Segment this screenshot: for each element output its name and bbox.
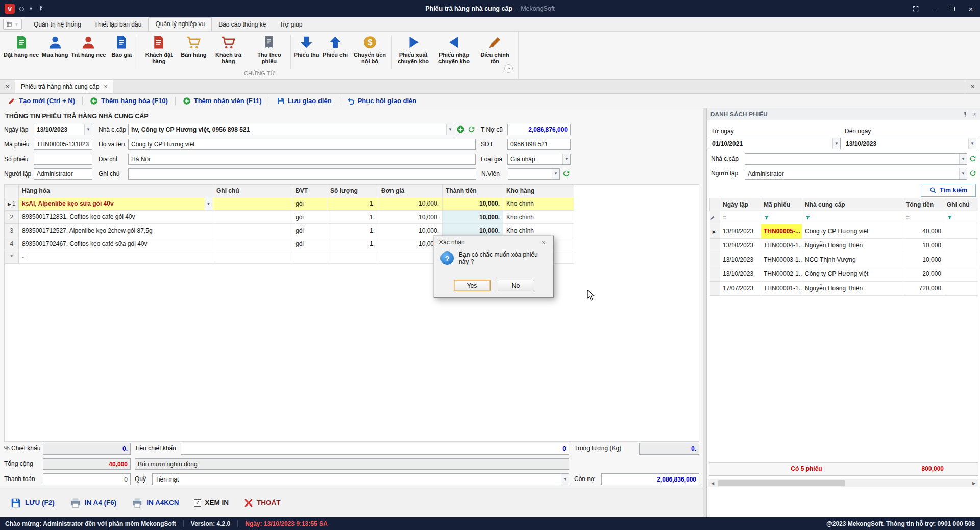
cell-total[interactable]: 10,000 [903,238,944,253]
tab-close-icon[interactable]: × [104,83,107,90]
col-ngay-lap[interactable]: Ngày lập [720,198,761,211]
cell-hang-hoa[interactable]: 8935001712527, Alpenlibe kẹo 2chew gói 8… [19,224,213,237]
dropdown-arrow-icon[interactable]: ▼ [561,474,569,485]
receipt-row-selected[interactable]: ▶ 13/10/2023 THN00005-... Công ty CP Hươ… [710,224,978,238]
filter-cell-date[interactable]: = [720,211,761,224]
trong-luong-input[interactable]: 0. [639,443,699,455]
item-row-selected[interactable]: ▶1 ksAl, Alpenlibe kẹo sữa gói 40v▼ gói … [5,197,574,211]
col-ghi-chu[interactable]: Ghi chú [944,198,978,211]
cell-date[interactable]: 13/10/2023 [720,238,761,253]
scroll-left-icon[interactable]: ◀ [708,479,717,487]
cell-code[interactable]: THN00001-1... [761,281,802,295]
nha-cung-cap-combo[interactable]: hv, Công ty CP Hương việt, 0956 898 521 … [128,124,454,135]
quy-combo[interactable]: Tiền mặt ▼ [152,473,569,485]
nha-cung-cap-filter-combo[interactable]: ▼ [745,153,967,165]
ribbon-btn-chuyen-tien-noi-bo[interactable]: Chuyển tiền nội bộ [350,34,390,65]
cell-don-gia[interactable]: 10,000. [378,211,443,224]
col-nha-cung-cap[interactable]: Nhà cung cấp [802,198,903,211]
cell-dvt[interactable]: gói [292,224,327,237]
sdt-input[interactable]: 0956 898 521 [507,139,571,150]
document-tab-active[interactable]: Phiếu trả hàng nhà cung cấp × [15,80,113,93]
cell-so-luong[interactable]: 1. [327,197,378,211]
ribbon-btn-ban-hang[interactable]: Bán hàng [179,34,208,59]
scroll-right-icon[interactable]: ▶ [970,479,978,487]
cell-supplier[interactable]: Nguyễn Hoàng Thiện [802,238,903,253]
cell-supplier[interactable]: Công ty CP Hương việt [802,224,903,238]
ribbon-btn-mua-hang[interactable]: Mua hàng [40,34,69,59]
col-tong-tien[interactable]: Tổng tiền [903,198,944,211]
new-row-cell[interactable] [213,250,292,264]
col-ghi-chu[interactable]: Ghi chú [213,185,292,197]
filter-cell-supplier[interactable] [802,211,903,224]
ngay-lap-input[interactable]: 13/10/2023 ▼ [34,124,92,135]
cell-supplier[interactable]: Công ty CP Hương việt [802,267,903,281]
cell-kho-hang[interactable]: Kho chính [503,224,574,237]
cell-thanh-tien[interactable]: 10,000. [443,197,503,211]
receipt-row[interactable]: 13/10/2023 THN00003-1... NCC Thịnh Vượng… [710,253,978,267]
save-button[interactable]: LƯU (F2) [5,494,60,512]
filter-cell-code[interactable] [761,211,802,224]
filter-edit-cell[interactable] [710,211,720,224]
cell-hang-hoa[interactable]: 8935001702467, Cofitos kẹo café sữa gói … [19,237,213,250]
cell-hang-hoa[interactable]: ksAl, Alpenlibe kẹo sữa gói 40v▼ [19,197,213,211]
exit-button[interactable]: THOÁT [239,495,286,511]
restore-layout-button[interactable]: Phục hồi giao diện [344,96,420,106]
dropdown-arrow-icon[interactable]: ▼ [552,169,559,179]
cell-ghi-chu[interactable] [213,224,292,237]
ma-phieu-input[interactable]: THN00005-131023 [34,139,92,150]
ribbon-btn-dieu-chinh-ton[interactable]: Điều chỉnh tồn [475,34,516,65]
dropdown-arrow-icon[interactable]: ▼ [959,154,967,164]
col-ma-phieu[interactable]: Mã phiếu [761,198,802,211]
yes-button[interactable]: Yes [454,280,491,291]
cell-note[interactable] [944,224,978,238]
refresh-supplier-filter-icon[interactable] [969,155,977,163]
cell-don-gia[interactable]: 10,000. [378,224,443,237]
pin-icon[interactable] [38,6,44,12]
cell-don-gia[interactable]: 10,000. [378,237,443,250]
cell-date[interactable]: 17/07/2023 [720,281,761,295]
dropdown-arrow-icon[interactable]: ▼ [562,154,570,164]
cell-note[interactable] [944,267,978,281]
col-don-gia[interactable]: Đơn giá [378,185,443,197]
cell-note[interactable] [944,281,978,295]
so-phieu-input[interactable] [34,154,92,165]
checkbox-checked-icon[interactable]: ✓ [194,499,201,507]
add-supplier-icon[interactable] [456,125,465,134]
cell-code[interactable]: THN00004-1... [761,238,802,253]
cell-supplier[interactable]: Nguyễn Hoàng Thiện [802,281,903,295]
new-row-cell[interactable] [292,250,327,264]
dropdown-arrow-icon[interactable]: ▼ [446,124,454,135]
new-row-cell[interactable] [327,250,378,264]
cell-so-luong[interactable]: 1. [327,237,378,250]
nguoi-lap-input[interactable]: Administrator [34,168,92,180]
ghi-chu-input[interactable] [128,168,476,180]
ribbon-btn-khach-tra-hang[interactable]: Khách trả hàng [208,34,249,65]
ribbon-btn-bao-gia[interactable]: Báo giá [107,34,136,59]
menu-tab-quan-tri-he-thong[interactable]: Quản trị hệ thống [27,18,88,31]
ribbon-btn-dat-hang-ncc[interactable]: Đặt hàng ncc [2,34,40,59]
dropdown-arrow-icon[interactable]: ▼ [84,124,92,135]
cell-date[interactable]: 13/10/2023 [720,224,761,238]
close-button[interactable]: × [962,0,980,17]
scrollbar-thumb[interactable] [718,480,845,486]
menu-tab-thiet-lap-ban-dau[interactable]: Thiết lập ban đầu [88,18,149,31]
cell-so-luong[interactable]: 1. [327,211,378,224]
refresh-employee-icon[interactable] [562,169,571,178]
refresh-supplier-icon[interactable] [467,125,476,134]
cell-ghi-chu[interactable] [213,197,292,211]
cell-total[interactable]: 10,000 [903,253,944,267]
col-kho-hang[interactable]: Kho hàng [503,185,574,197]
cell-note[interactable] [944,238,978,253]
tu-ngay-input[interactable]: 01/10/2021 ▼ [709,138,841,149]
horizontal-scrollbar[interactable]: ◀ ▶ [708,479,978,487]
add-employee-button[interactable]: Thêm nhân viên (F11) [180,96,264,106]
search-button[interactable]: Tìm kiếm [921,184,976,197]
ribbon-btn-khach-dat-hang[interactable]: Khách đặt hàng [138,34,179,65]
minimize-button[interactable]: – [925,0,943,17]
cell-code[interactable]: THN00003-1... [761,253,802,267]
col-so-luong[interactable]: Số lượng [327,185,378,197]
cell-code[interactable]: THN00002-1... [761,267,802,281]
nguoi-lap-filter-combo[interactable]: Administrator ▼ [745,168,967,180]
cell-code[interactable]: THN00005-... [761,224,802,238]
print-a4kcn-button[interactable]: IN A4KCN [127,494,184,512]
